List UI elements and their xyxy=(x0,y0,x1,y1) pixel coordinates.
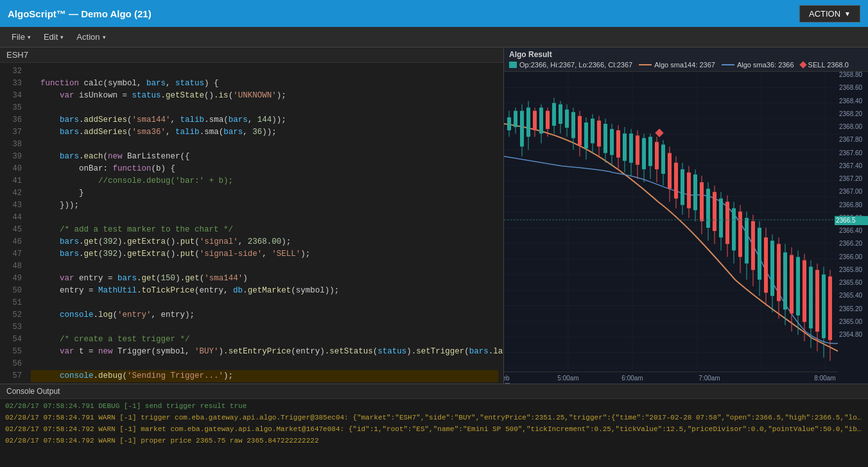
svg-text:2367.80: 2367.80 xyxy=(839,136,863,143)
svg-rect-46 xyxy=(571,112,575,139)
svg-text:2366.5: 2366.5 xyxy=(836,217,856,224)
svg-rect-120 xyxy=(809,267,813,328)
svg-rect-34 xyxy=(533,111,537,130)
svg-text:2367.60: 2367.60 xyxy=(839,149,863,157)
svg-rect-26 xyxy=(507,117,511,130)
svg-rect-40 xyxy=(552,103,556,126)
svg-rect-58 xyxy=(610,129,614,155)
svg-text:2367.00: 2367.00 xyxy=(839,188,863,195)
main-area: ESH7 32333435363738394041424344454647484… xyxy=(0,47,868,384)
svg-rect-72 xyxy=(655,142,659,169)
menu-bar: File ▾ Edit ▾ Action ▾ xyxy=(0,27,868,47)
svg-rect-98 xyxy=(738,212,742,257)
svg-rect-28 xyxy=(514,111,517,127)
svg-text:2366.80: 2366.80 xyxy=(839,201,863,208)
svg-rect-124 xyxy=(822,275,826,338)
svg-rect-108 xyxy=(770,241,774,296)
svg-rect-30 xyxy=(520,111,524,147)
candle-icon xyxy=(509,62,517,68)
svg-rect-50 xyxy=(584,123,588,149)
svg-text:2366.40: 2366.40 xyxy=(839,227,863,234)
legend-candle: Op:2366, Hi:2367, Lo:2366, Cl:2367 xyxy=(509,61,632,69)
svg-text:2368.20: 2368.20 xyxy=(839,110,863,117)
svg-rect-60 xyxy=(616,130,620,158)
svg-text:5am: 5am xyxy=(504,381,510,384)
line-numbers: 3233343536373839404142434445464748495051… xyxy=(0,63,26,384)
menu-edit[interactable]: Edit ▾ xyxy=(37,30,70,44)
svg-rect-118 xyxy=(803,260,806,322)
top-header: AlgoScript™ — Demo Algo (21) ACTION ▼ xyxy=(0,0,868,27)
svg-text:2368.80: 2368.80 xyxy=(839,72,863,78)
svg-rect-80 xyxy=(681,169,684,205)
svg-rect-114 xyxy=(790,255,794,314)
chart-canvas[interactable]: 2368.80 2368.60 2368.40 2368.20 2368.00 … xyxy=(504,72,868,384)
svg-rect-48 xyxy=(578,116,582,146)
svg-rect-52 xyxy=(591,119,595,143)
legend-sma36: Algo sma36: 2366 xyxy=(722,61,794,69)
chart-legend: Op:2366, Hi:2367, Lo:2366, Cl:2367 Algo … xyxy=(509,61,863,69)
svg-text:6:00am: 6:00am xyxy=(621,375,643,382)
svg-rect-94 xyxy=(725,202,729,244)
svg-rect-74 xyxy=(661,144,665,174)
svg-text:2365.40: 2365.40 xyxy=(839,292,863,299)
code-lines[interactable]: function calc(symbol, bars, status) { va… xyxy=(26,63,503,384)
svg-text:2365.60: 2365.60 xyxy=(839,279,863,286)
svg-rect-32 xyxy=(526,108,530,137)
svg-text:2365.20: 2365.20 xyxy=(839,305,863,312)
svg-text:7:00am: 7:00am xyxy=(699,375,720,382)
svg-rect-78 xyxy=(674,163,678,199)
svg-rect-54 xyxy=(597,121,601,147)
svg-rect-44 xyxy=(565,110,569,128)
svg-rect-56 xyxy=(603,124,607,153)
svg-text:2368.40: 2368.40 xyxy=(839,98,863,105)
svg-text:5:00am: 5:00am xyxy=(557,375,578,382)
svg-rect-42 xyxy=(559,105,562,124)
console-title: Console Output xyxy=(0,384,868,399)
svg-rect-110 xyxy=(777,244,781,301)
sma36-line-icon xyxy=(722,64,734,65)
svg-rect-104 xyxy=(758,228,761,280)
svg-text:2367.20: 2367.20 xyxy=(839,175,863,182)
chart-area: Algo Result Op:2366, Hi:2367, Lo:2366, C… xyxy=(504,47,868,384)
code-editor: ESH7 32333435363738394041424344454647484… xyxy=(0,47,504,384)
svg-rect-92 xyxy=(719,198,723,237)
chart-title: Algo Result xyxy=(509,50,863,59)
svg-rect-100 xyxy=(745,218,749,264)
svg-text:2368.60: 2368.60 xyxy=(839,84,863,91)
svg-rect-88 xyxy=(706,189,710,228)
svg-text:2365.80: 2365.80 xyxy=(839,266,863,273)
svg-rect-76 xyxy=(668,153,672,189)
action-button[interactable]: ACTION ▼ xyxy=(799,5,860,22)
svg-text:2365.00: 2365.00 xyxy=(839,318,863,325)
svg-text:8:00am: 8:00am xyxy=(814,375,835,382)
svg-rect-36 xyxy=(539,108,543,134)
action-caret: ▼ xyxy=(844,10,851,17)
sma144-line-icon xyxy=(639,64,652,65)
svg-rect-82 xyxy=(687,173,691,208)
svg-text:2368.00: 2368.00 xyxy=(839,123,863,130)
svg-rect-96 xyxy=(732,208,736,251)
svg-rect-102 xyxy=(751,221,755,270)
chart-header: Algo Result Op:2366, Hi:2367, Lo:2366, C… xyxy=(504,47,868,72)
svg-rect-126 xyxy=(828,276,832,340)
chart-svg: 2368.80 2368.60 2368.40 2368.20 2368.00 … xyxy=(504,72,868,384)
svg-rect-106 xyxy=(764,237,768,293)
console-area: Console Output 02/28/17 07:58:24.791 DEB… xyxy=(0,384,868,467)
svg-rect-70 xyxy=(648,137,652,166)
legend-sell: SELL 2368.0 xyxy=(801,61,849,69)
legend-sma144: Algo sma144: 2367 xyxy=(639,61,715,69)
svg-text:2366.20: 2366.20 xyxy=(839,240,863,247)
svg-rect-68 xyxy=(642,138,646,169)
menu-action[interactable]: Action ▾ xyxy=(70,30,112,44)
symbol-bar: ESH7 xyxy=(0,47,503,63)
svg-text:2367.40: 2367.40 xyxy=(839,162,863,169)
menu-file[interactable]: File ▾ xyxy=(5,30,37,44)
svg-rect-66 xyxy=(636,135,639,165)
svg-rect-90 xyxy=(713,192,716,231)
console-lines: 02/28/17 07:58:24.791 DEBUG [-1] send tr… xyxy=(0,399,868,467)
svg-rect-38 xyxy=(546,111,550,129)
svg-rect-122 xyxy=(815,270,819,332)
svg-rect-116 xyxy=(796,257,800,316)
svg-text:2366.00: 2366.00 xyxy=(839,253,863,260)
svg-rect-112 xyxy=(783,252,787,309)
